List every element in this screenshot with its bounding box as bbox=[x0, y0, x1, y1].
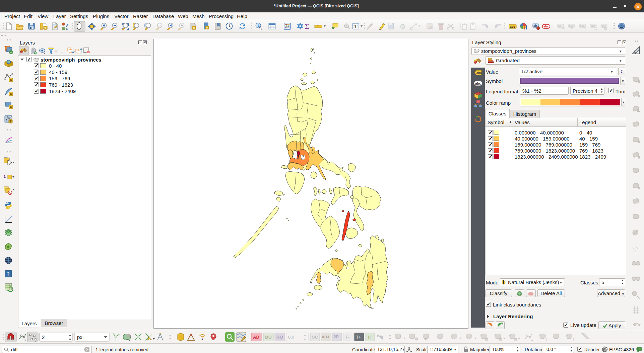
svg-text:2P: 2P bbox=[334, 335, 339, 339]
svg-text:SC: SC bbox=[312, 335, 318, 340]
svg-text:abc: abc bbox=[569, 24, 573, 27]
svg-text:abc: abc bbox=[591, 24, 595, 27]
svg-text:abc: abc bbox=[580, 24, 584, 27]
svg-text:T+: T+ bbox=[356, 335, 361, 340]
svg-text:px: px bbox=[77, 334, 82, 340]
svg-text:f: f bbox=[573, 337, 575, 341]
svg-text:ε: ε bbox=[55, 48, 57, 53]
svg-text:AD: AD bbox=[253, 335, 259, 340]
svg-text:T: T bbox=[354, 24, 358, 29]
svg-text:abc: abc bbox=[601, 24, 606, 27]
svg-text:0.0: 0.0 bbox=[288, 335, 294, 340]
svg-text:?: ? bbox=[7, 271, 10, 277]
svg-text:abc: abc bbox=[476, 71, 482, 75]
svg-text:RO: RO bbox=[276, 335, 283, 340]
svg-text:i: i bbox=[258, 23, 259, 27]
svg-text:abc: abc bbox=[475, 82, 481, 85]
svg-text:ε: ε bbox=[4, 172, 6, 179]
svg-text:ADJ: ADJ bbox=[322, 335, 329, 339]
svg-text:abc: abc bbox=[543, 25, 549, 28]
svg-text:d: d bbox=[560, 337, 562, 341]
svg-text:MO: MO bbox=[265, 335, 272, 340]
svg-text:1:1: 1:1 bbox=[158, 24, 162, 27]
svg-text:f: f bbox=[546, 337, 548, 341]
svg-text:T-: T- bbox=[345, 335, 349, 340]
svg-text:ab: ab bbox=[558, 24, 561, 27]
svg-text:a: a bbox=[66, 27, 68, 30]
svg-text:abc: abc bbox=[510, 25, 515, 28]
svg-text:2: 2 bbox=[42, 334, 45, 340]
svg-text:!!: !! bbox=[368, 335, 371, 340]
svg-text:ab: ab bbox=[533, 24, 537, 27]
svg-text:Σ: Σ bbox=[305, 23, 309, 30]
